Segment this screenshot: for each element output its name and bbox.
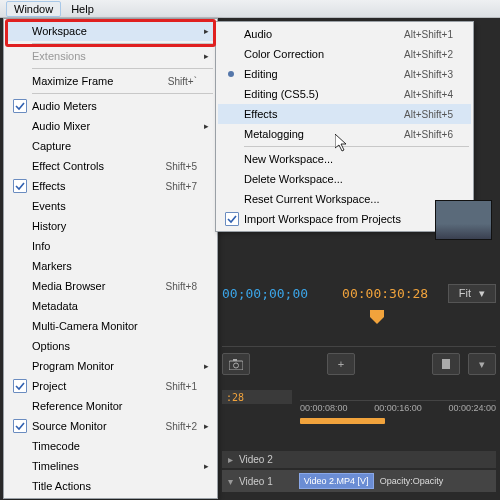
timeline-ruler[interactable]: 00:00:08:00 00:00:16:00 00:00:24:00	[300, 400, 496, 419]
camera-icon[interactable]	[222, 353, 250, 375]
mi-label: Effects	[244, 108, 392, 120]
mi-shortcut: Alt+Shift+4	[404, 89, 453, 100]
mark-in-icon[interactable]	[432, 353, 460, 375]
mi-shortcut: Shift+5	[166, 161, 197, 172]
mi-label: New Workspace...	[244, 153, 453, 165]
mi-options[interactable]: Options	[6, 336, 215, 356]
mi-audio-meters[interactable]: Audio Meters	[6, 96, 215, 116]
mi-shortcut: Alt+Shift+5	[404, 109, 453, 120]
ws-effects[interactable]: EffectsAlt+Shift+5	[218, 104, 471, 124]
mi-label: Audio Mixer	[32, 120, 197, 132]
ws-new[interactable]: New Workspace...	[218, 149, 471, 169]
add-marker-icon[interactable]: +	[327, 353, 355, 375]
ws-reset[interactable]: Reset Current Workspace...	[218, 189, 471, 209]
ruler-tick: 00:00:24:00	[448, 403, 496, 419]
timecode-bar: 00;00;00;00 00:00:30:28 Fit▾	[222, 278, 496, 308]
collapse-icon[interactable]: ▸	[228, 454, 233, 465]
track-label: Video 2	[239, 454, 273, 465]
mi-label: Workspace	[32, 25, 197, 37]
mi-shortcut: Alt+Shift+1	[404, 29, 453, 40]
menu-help[interactable]: Help	[63, 1, 102, 17]
mi-label: Editing (CS5.5)	[244, 88, 392, 100]
mi-history[interactable]: History	[6, 216, 215, 236]
mi-label: Title Actions	[32, 480, 197, 492]
mi-extensions: Extensions▸	[6, 46, 215, 66]
window-menu-dropdown: Workspace▸ Extensions▸ Maximize FrameShi…	[3, 18, 218, 499]
mi-label: Reset Current Workspace...	[244, 193, 453, 205]
ws-audio[interactable]: AudioAlt+Shift+1	[218, 24, 471, 44]
mi-shortcut: Shift+`	[168, 76, 197, 87]
submenu-arrow-icon: ▸	[204, 121, 209, 131]
mi-media-browser[interactable]: Media BrowserShift+8	[6, 276, 215, 296]
clip-name: Video 2.MP4 [V]	[304, 476, 369, 486]
ws-editing-cs55[interactable]: Editing (CS5.5)Alt+Shift+4	[218, 84, 471, 104]
mi-project[interactable]: ProjectShift+1	[6, 376, 215, 396]
mi-shortcut: Shift+1	[166, 381, 197, 392]
track-label: Video 1	[239, 476, 273, 487]
mi-label: Effect Controls	[32, 160, 154, 172]
menu-window[interactable]: Window	[6, 1, 61, 17]
mi-label: Maximize Frame	[32, 75, 156, 87]
mi-source-monitor[interactable]: Source MonitorShift+2▸	[6, 416, 215, 436]
ws-color-correction[interactable]: Color CorrectionAlt+Shift+2	[218, 44, 471, 64]
svg-rect-0	[229, 361, 243, 370]
mark-out-icon[interactable]: ▾	[468, 353, 496, 375]
mi-label: Project	[32, 380, 154, 392]
mi-shortcut: Alt+Shift+6	[404, 129, 453, 140]
mi-workspace[interactable]: Workspace▸	[6, 21, 215, 41]
mi-title-actions[interactable]: Title Actions	[6, 476, 215, 496]
ws-metalogging[interactable]: MetaloggingAlt+Shift+6	[218, 124, 471, 144]
separator	[32, 93, 213, 94]
mi-events[interactable]: Events	[6, 196, 215, 216]
mi-shortcut: Shift+7	[166, 181, 197, 192]
ws-delete[interactable]: Delete Workspace...	[218, 169, 471, 189]
mi-reference-monitor[interactable]: Reference Monitor	[6, 396, 215, 416]
track-video-1[interactable]: ▾Video 1 Video 2.MP4 [V] Opacity:Opacity	[222, 470, 496, 492]
timecode-label: :28	[222, 392, 248, 403]
mi-audio-mixer[interactable]: Audio Mixer▸	[6, 116, 215, 136]
submenu-arrow-icon: ▸	[204, 421, 209, 431]
work-area-bar[interactable]	[300, 418, 385, 424]
timecode-out[interactable]: 00:00:30:28	[342, 286, 428, 301]
mi-label: History	[32, 220, 197, 232]
mi-timelines[interactable]: Timelines▸	[6, 456, 215, 476]
mi-label: Media Browser	[32, 280, 154, 292]
zoom-fit-dropdown[interactable]: Fit▾	[448, 284, 496, 303]
mi-multicam[interactable]: Multi-Camera Monitor	[6, 316, 215, 336]
collapse-icon[interactable]: ▾	[228, 476, 233, 487]
video-clip[interactable]: Video 2.MP4 [V]	[299, 473, 374, 489]
checkmark-icon	[225, 212, 239, 226]
mi-capture[interactable]: Capture	[6, 136, 215, 156]
mi-info[interactable]: Info	[6, 236, 215, 256]
checkmark-icon	[13, 99, 27, 113]
mi-metadata[interactable]: Metadata	[6, 296, 215, 316]
mi-label: Metadata	[32, 300, 197, 312]
mi-label: Effects	[32, 180, 154, 192]
mi-label: Timelines	[32, 460, 197, 472]
mi-maximize-frame[interactable]: Maximize FrameShift+`	[6, 71, 215, 91]
submenu-arrow-icon: ▸	[204, 26, 209, 36]
mi-effects[interactable]: EffectsShift+7	[6, 176, 215, 196]
mi-shortcut: Alt+Shift+2	[404, 49, 453, 60]
submenu-arrow-icon: ▸	[204, 361, 209, 371]
preview-thumbnail	[435, 200, 492, 240]
mi-effect-controls[interactable]: Effect ControlsShift+5	[6, 156, 215, 176]
mi-label: Audio	[244, 28, 392, 40]
timeline-tracks: ▸Video 2 ▾Video 1 Video 2.MP4 [V] Opacit…	[222, 449, 496, 492]
transport-controls: + ▾	[222, 346, 496, 377]
separator	[244, 146, 469, 147]
svg-point-1	[234, 363, 239, 368]
mi-label: Timecode	[32, 440, 197, 452]
mi-label: Editing	[244, 68, 392, 80]
mi-label: Import Workspace from Projects	[244, 213, 453, 225]
mi-timecode[interactable]: Timecode	[6, 436, 215, 456]
timecode-in[interactable]: 00;00;00;00	[222, 286, 308, 301]
mi-markers[interactable]: Markers	[6, 256, 215, 276]
sequence-timecode[interactable]: :28	[222, 390, 292, 404]
mi-shortcut: Shift+2	[166, 421, 197, 432]
mi-program-monitor[interactable]: Program Monitor▸	[6, 356, 215, 376]
ws-import[interactable]: Import Workspace from Projects	[218, 209, 471, 229]
track-video-2[interactable]: ▸Video 2	[222, 451, 496, 468]
ws-editing[interactable]: EditingAlt+Shift+3	[218, 64, 471, 84]
playhead-marker-icon[interactable]	[370, 310, 384, 324]
